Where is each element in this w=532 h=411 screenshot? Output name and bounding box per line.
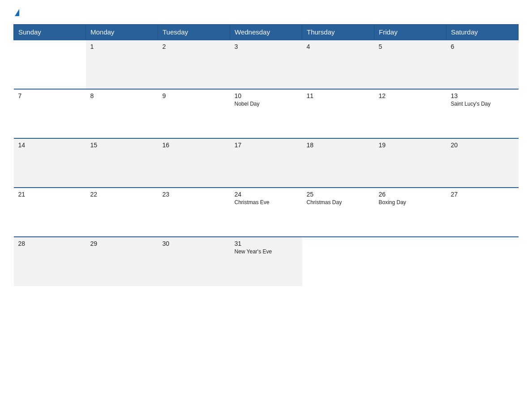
day-number: 27	[451, 191, 514, 198]
day-number: 12	[379, 92, 442, 99]
day-number: 9	[163, 92, 226, 99]
calendar-cell: 23	[158, 188, 230, 237]
day-number: 25	[307, 191, 370, 198]
holiday-name: Christmas Eve	[235, 199, 298, 206]
calendar-cell: 8	[86, 89, 158, 138]
day-number: 18	[307, 141, 370, 149]
calendar-cell: 15	[86, 138, 158, 188]
calendar-cell: 1	[86, 40, 158, 89]
day-number: 10	[235, 92, 298, 99]
day-number: 6	[451, 43, 514, 50]
calendar-cell: 21	[14, 188, 86, 237]
day-number: 8	[90, 92, 154, 99]
calendar-table: SundayMondayTuesdayWednesdayThursdayFrid…	[13, 24, 519, 286]
calendar-cell: 22	[86, 188, 158, 237]
calendar-cell: 17	[230, 138, 302, 188]
holiday-name: Nobel Day	[235, 101, 298, 107]
day-number: 30	[163, 240, 226, 247]
calendar-row: 14151617181920	[14, 138, 519, 188]
calendar-cell: 9	[158, 89, 230, 138]
day-number: 16	[163, 141, 226, 149]
calendar-header: SundayMondayTuesdayWednesdayThursdayFrid…	[14, 25, 519, 40]
calendar-cell: 16	[158, 138, 230, 188]
calendar-cell: 7	[14, 89, 86, 138]
holiday-name: New Year's Eve	[235, 248, 298, 255]
weekday-header-thursday: Thursday	[302, 25, 374, 40]
weekday-header-row: SundayMondayTuesdayWednesdayThursdayFrid…	[14, 25, 519, 40]
day-number: 4	[307, 43, 370, 50]
day-number: 11	[307, 92, 370, 99]
calendar-cell: 29	[86, 237, 158, 286]
day-number: 28	[18, 240, 82, 247]
day-number: 22	[90, 191, 154, 198]
calendar-cell: 12	[374, 89, 446, 138]
day-number: 5	[379, 43, 442, 50]
logo-triangle-icon	[15, 9, 19, 16]
day-number: 21	[18, 191, 82, 198]
weekday-header-tuesday: Tuesday	[158, 25, 230, 40]
day-number: 20	[451, 141, 514, 149]
day-number: 13	[451, 92, 514, 99]
calendar-cell: 18	[302, 138, 374, 188]
calendar-cell: 14	[14, 138, 86, 188]
weekday-header-wednesday: Wednesday	[230, 25, 302, 40]
weekday-header-sunday: Sunday	[14, 25, 86, 40]
calendar-row: 123456	[14, 40, 519, 89]
calendar-cell	[14, 40, 86, 89]
calendar-cell	[374, 237, 446, 286]
calendar-cell: 2	[158, 40, 230, 89]
calendar-cell: 10Nobel Day	[230, 89, 302, 138]
calendar-cell: 11	[302, 89, 374, 138]
calendar-cell: 19	[374, 138, 446, 188]
calendar-cell: 13Saint Lucy's Day	[446, 89, 519, 138]
day-number: 3	[235, 43, 298, 50]
day-number: 24	[235, 191, 298, 198]
calendar-cell: 3	[230, 40, 302, 89]
weekday-header-monday: Monday	[86, 25, 158, 40]
day-number: 14	[18, 141, 82, 149]
calendar-cell: 4	[302, 40, 374, 89]
calendar-row: 78910Nobel Day111213Saint Lucy's Day	[14, 89, 519, 138]
day-number: 15	[90, 141, 154, 149]
calendar-cell: 26Boxing Day	[374, 188, 446, 237]
calendar-body: 12345678910Nobel Day111213Saint Lucy's D…	[14, 40, 519, 286]
weekday-header-saturday: Saturday	[446, 25, 519, 40]
page-header	[13, 9, 519, 16]
day-number: 19	[379, 141, 442, 149]
logo	[13, 9, 19, 16]
calendar-cell: 5	[374, 40, 446, 89]
calendar-cell: 20	[446, 138, 519, 188]
holiday-name: Saint Lucy's Day	[451, 101, 514, 107]
holiday-name: Christmas Day	[307, 199, 370, 206]
calendar-cell: 31New Year's Eve	[230, 237, 302, 286]
calendar-cell: 6	[446, 40, 519, 89]
calendar-row: 28293031New Year's Eve	[14, 237, 519, 286]
day-number: 2	[163, 43, 226, 50]
calendar-cell: 27	[446, 188, 519, 237]
holiday-name: Boxing Day	[379, 199, 442, 206]
calendar-row: 21222324Christmas Eve25Christmas Day26Bo…	[14, 188, 519, 237]
calendar-cell	[302, 237, 374, 286]
day-number: 23	[163, 191, 226, 198]
calendar-cell: 30	[158, 237, 230, 286]
day-number: 26	[379, 191, 442, 198]
day-number: 1	[90, 43, 154, 50]
weekday-header-friday: Friday	[374, 25, 446, 40]
day-number: 31	[235, 240, 298, 247]
calendar-cell: 25Christmas Day	[302, 188, 374, 237]
day-number: 7	[18, 92, 82, 99]
day-number: 17	[235, 141, 298, 149]
calendar-cell	[446, 237, 519, 286]
day-number: 29	[90, 240, 154, 247]
calendar-cell: 24Christmas Eve	[230, 188, 302, 237]
calendar-cell: 28	[14, 237, 86, 286]
